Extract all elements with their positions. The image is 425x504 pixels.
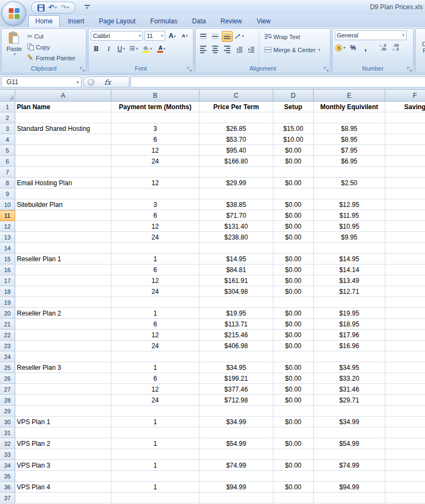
cell-B23[interactable]: 24	[111, 341, 199, 351]
align-middle-button[interactable]	[210, 31, 221, 42]
cell-F25[interactable]	[385, 362, 425, 373]
cell-E12[interactable]: $10.95	[314, 221, 385, 232]
cell-A34[interactable]: VPS Plan 3	[15, 460, 111, 471]
row-header-10[interactable]: 10	[0, 199, 15, 210]
row-header-20[interactable]: 20	[0, 308, 15, 319]
cell-C6[interactable]: $166.80	[199, 156, 273, 167]
cell-E27[interactable]: $31.46	[314, 384, 385, 395]
cell-D14[interactable]	[273, 243, 314, 254]
cell-C24[interactable]	[199, 351, 273, 362]
row-header-24[interactable]: 24	[0, 351, 15, 362]
cell-B30[interactable]: 1	[111, 417, 199, 427]
cell-E8[interactable]: $2.50	[314, 178, 385, 188]
tab-page-layout[interactable]: Page Layout	[92, 16, 142, 27]
cell-A23[interactable]	[15, 341, 111, 351]
cell-A11[interactable]	[15, 210, 111, 221]
cell-E14[interactable]	[314, 243, 385, 254]
cell-F37[interactable]	[385, 493, 425, 503]
cell-E24[interactable]	[314, 351, 385, 362]
font-size-combo[interactable]: 11 ▾	[145, 31, 165, 41]
cell-D33[interactable]	[273, 449, 314, 460]
cell-E36[interactable]: $94.99	[314, 482, 385, 493]
cell-E23[interactable]: $16.96	[314, 341, 385, 351]
cell-D9[interactable]	[273, 188, 314, 199]
cell-E15[interactable]: $14.95	[314, 254, 385, 264]
cell-A31[interactable]	[15, 427, 111, 438]
cell-F36[interactable]	[385, 482, 425, 493]
cell-C19[interactable]	[199, 297, 273, 308]
cell-D11[interactable]: $0.00	[273, 210, 314, 221]
cell-A25[interactable]: Reseller Plan 3	[15, 362, 111, 373]
cell-C29[interactable]	[199, 406, 273, 417]
shrink-font-button[interactable]: A ▾	[179, 30, 190, 41]
cell-E7[interactable]	[314, 167, 385, 178]
cell-F1[interactable]: Saving	[385, 102, 425, 112]
cell-A13[interactable]	[15, 232, 111, 243]
cell-A6[interactable]	[15, 156, 111, 167]
row-header-8[interactable]: 8	[0, 178, 15, 188]
cell-C35[interactable]	[199, 471, 273, 482]
row-header-6[interactable]: 6	[0, 156, 15, 167]
cell-B24[interactable]	[111, 351, 199, 362]
cell-A20[interactable]: Reseller Plan 2	[15, 308, 111, 319]
cell-E29[interactable]	[314, 406, 385, 417]
cell-B7[interactable]	[111, 167, 199, 178]
cell-F32[interactable]	[385, 438, 425, 449]
cell-C27[interactable]: $377.46	[199, 384, 273, 395]
column-header-D[interactable]: D	[273, 90, 314, 102]
cell-C14[interactable]	[199, 243, 273, 254]
cell-D34[interactable]: $0.00	[273, 460, 314, 471]
cell-C37[interactable]	[199, 493, 273, 503]
row-header-22[interactable]: 22	[0, 330, 15, 341]
cell-F23[interactable]	[385, 341, 425, 351]
row-header-36[interactable]: 36	[0, 482, 15, 493]
cell-D10[interactable]: $0.00	[273, 199, 314, 210]
cell-D35[interactable]	[273, 471, 314, 482]
cell-A8[interactable]: Email Hosting Plan	[15, 178, 111, 188]
cell-D5[interactable]: $0.00	[273, 145, 314, 156]
row-header-30[interactable]: 30	[0, 417, 15, 427]
cell-B19[interactable]	[111, 297, 199, 308]
cell-F13[interactable]	[385, 232, 425, 243]
cell-F31[interactable]	[385, 427, 425, 438]
cell-C25[interactable]: $34.95	[199, 362, 273, 373]
cell-D30[interactable]: $0.00	[273, 417, 314, 427]
tab-view[interactable]: View	[250, 16, 277, 27]
cell-A14[interactable]	[15, 243, 111, 254]
row-header-29[interactable]: 29	[0, 406, 15, 417]
cell-F26[interactable]	[385, 373, 425, 384]
merge-center-button[interactable]: Merge & Center ▾	[262, 45, 320, 55]
cell-F16[interactable]	[385, 264, 425, 275]
cell-F34[interactable]	[385, 460, 425, 471]
cell-A24[interactable]	[15, 351, 111, 362]
cell-E25[interactable]: $34.95	[314, 362, 385, 373]
cell-D19[interactable]	[273, 297, 314, 308]
redo-button[interactable]: ↷ ▾	[59, 3, 70, 12]
row-header-35[interactable]: 35	[0, 471, 15, 482]
number-dialog-launcher-icon[interactable]	[407, 67, 412, 72]
cell-F33[interactable]	[385, 449, 425, 460]
cell-A21[interactable]	[15, 319, 111, 330]
cell-C8[interactable]: $29.99	[199, 178, 273, 188]
cell-B15[interactable]: 1	[111, 254, 199, 264]
cell-F30[interactable]	[385, 417, 425, 427]
row-header-3[interactable]: 3	[0, 123, 15, 134]
row-header-19[interactable]: 19	[0, 297, 15, 308]
cell-A4[interactable]	[15, 134, 111, 145]
cell-C30[interactable]: $34.99	[199, 417, 273, 427]
cell-B22[interactable]: 12	[111, 330, 199, 341]
tab-insert[interactable]: Insert	[61, 16, 91, 27]
align-top-button[interactable]	[198, 31, 209, 42]
conditional-formatting-button[interactable]: Conditional Formatting	[417, 30, 425, 65]
paste-button[interactable]: Paste ▾	[3, 30, 26, 65]
cell-E17[interactable]: $13.49	[314, 275, 385, 286]
copy-button[interactable]: Copy	[26, 42, 85, 52]
customize-qat-button[interactable]: ▾	[83, 3, 91, 11]
align-right-button[interactable]	[222, 44, 233, 55]
cell-A27[interactable]	[15, 384, 111, 395]
cell-F7[interactable]	[385, 167, 425, 178]
column-header-A[interactable]: A	[15, 90, 111, 102]
row-header-28[interactable]: 28	[0, 395, 15, 406]
cell-B6[interactable]: 24	[111, 156, 199, 167]
cell-D7[interactable]	[273, 167, 314, 178]
